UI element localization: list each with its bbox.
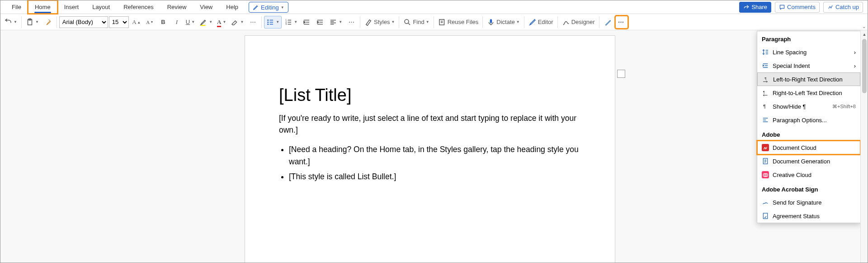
find-button[interactable]: Find▼ xyxy=(401,16,431,29)
bold-button[interactable]: B xyxy=(157,16,170,29)
share-button[interactable]: Share xyxy=(739,2,771,13)
undo-icon xyxy=(4,18,12,26)
menu-section-adobe: Adobe xyxy=(757,127,860,141)
toolbar: ▼ ▼ Arial (Body) 15 A▴ A▾ B I U▼ ▼ A▼ ▼ … xyxy=(0,14,868,30)
svg-point-9 xyxy=(405,19,409,24)
styles-icon xyxy=(364,18,373,26)
font-size-select[interactable]: 15 xyxy=(109,16,129,28)
page-title[interactable]: [List Title] xyxy=(279,86,581,105)
dictate-button[interactable]: Dictate▼ xyxy=(485,16,521,29)
svg-text:¶: ¶ xyxy=(764,77,766,81)
selection-handle[interactable] xyxy=(617,70,625,78)
overflow-menu: Paragraph Line Spacing› Special Indent› … xyxy=(757,31,861,223)
undo-button[interactable]: ▼ xyxy=(2,16,19,29)
agreement-icon xyxy=(762,212,769,220)
tab-insert[interactable]: Insert xyxy=(57,0,86,14)
bullets-button[interactable]: ▼ xyxy=(264,16,282,29)
scroll-up-icon[interactable]: ▲ xyxy=(861,31,868,38)
page[interactable]: [List Title] [If you're ready to write, … xyxy=(245,35,615,263)
doc-gen-icon xyxy=(762,158,769,165)
tab-file[interactable]: File xyxy=(5,0,28,14)
align-button[interactable]: ▼ xyxy=(327,16,344,29)
menu-show-hide[interactable]: ¶Show/Hide ¶⌘+Shift+8 xyxy=(757,100,860,113)
shrink-font-button[interactable]: A▾ xyxy=(143,16,156,29)
more-para-button[interactable]: ⋯ xyxy=(345,16,358,29)
format-painter-button[interactable] xyxy=(42,16,54,29)
menu-rtl-direction[interactable]: ¶Right-to-Left Text Direction xyxy=(757,86,860,100)
svg-rect-2 xyxy=(201,25,206,26)
signature-icon xyxy=(762,199,769,206)
increase-indent-button[interactable] xyxy=(314,16,326,29)
eraser-icon xyxy=(231,18,239,26)
indent-icon xyxy=(762,62,769,69)
menu-section-acrobat-sign: Adobe Acrobat Sign xyxy=(757,182,860,196)
styles-button[interactable]: Styles▼ xyxy=(363,16,396,29)
editing-mode-button[interactable]: Editing ▼ xyxy=(249,2,288,13)
paragraph-options-icon xyxy=(762,116,769,124)
menu-agreement-status[interactable]: Agreement Status xyxy=(757,209,860,223)
line-spacing-icon xyxy=(762,48,769,56)
scroll-thumb[interactable] xyxy=(862,39,867,93)
clear-format-button[interactable]: ▼ xyxy=(229,16,245,29)
search-icon xyxy=(403,18,411,26)
list-item[interactable]: [Need a heading? On the Home tab, in the… xyxy=(289,143,581,168)
italic-button[interactable]: I xyxy=(170,16,183,29)
svg-text:¶: ¶ xyxy=(763,104,766,109)
tab-home[interactable]: Home xyxy=(28,0,57,14)
chevron-right-icon: › xyxy=(854,62,856,69)
menu-send-signature[interactable]: Send for Signature xyxy=(757,196,860,209)
svg-rect-11 xyxy=(490,19,492,23)
svg-point-3 xyxy=(268,19,269,21)
menu-ltr-direction[interactable]: ¶Left-to-Right Text Direction xyxy=(757,72,860,86)
svg-text:¶: ¶ xyxy=(763,90,765,94)
document-canvas: [List Title] [If you're ready to write, … xyxy=(0,31,868,263)
collapse-ribbon-icon[interactable]: ⌄ xyxy=(862,24,866,29)
intro-paragraph[interactable]: [If you're ready to write, just select a… xyxy=(279,112,581,136)
decrease-indent-button[interactable] xyxy=(300,16,313,29)
grow-font-button[interactable]: A▴ xyxy=(130,16,142,29)
editor-button[interactable]: Editor xyxy=(527,16,555,29)
svg-point-4 xyxy=(268,21,269,23)
menu-paragraph-options[interactable]: Paragraph Options... xyxy=(757,113,860,127)
underline-button[interactable]: U▼ xyxy=(184,16,197,29)
comments-button[interactable]: Comments xyxy=(775,2,820,13)
more-font-button[interactable]: ⋯ xyxy=(246,16,259,29)
bullet-list[interactable]: [Need a heading? On the Home tab, in the… xyxy=(279,143,581,183)
menu-creative-cloud[interactable]: Creative Cloud xyxy=(757,168,860,182)
ink-button[interactable] xyxy=(602,16,614,29)
clipboard-icon xyxy=(26,18,34,26)
reuse-icon xyxy=(438,18,446,26)
menu-section-paragraph: Paragraph xyxy=(757,31,860,45)
highlight-button[interactable]: ▼ xyxy=(198,16,214,29)
tab-layout[interactable]: Layout xyxy=(85,0,117,14)
reuse-files-button[interactable]: Reuse Files xyxy=(436,16,481,29)
mic-icon xyxy=(487,18,495,26)
tab-references[interactable]: References xyxy=(117,0,160,14)
ribbon-tabs: File Home Insert Layout References Revie… xyxy=(0,0,868,14)
tab-review[interactable]: Review xyxy=(160,0,193,14)
catchup-button[interactable]: Catch up xyxy=(823,2,863,13)
comment-icon xyxy=(779,4,785,10)
more-commands-button[interactable]: ⋯ xyxy=(615,16,628,29)
outdent-icon xyxy=(302,18,311,26)
rtl-icon: ¶ xyxy=(762,89,769,96)
paste-button[interactable]: ▼ xyxy=(24,16,41,29)
menu-document-cloud[interactable]: Document Cloud xyxy=(757,141,860,154)
font-family-select[interactable]: Arial (Body) xyxy=(59,16,108,28)
tab-help[interactable]: Help xyxy=(219,0,245,14)
pencil-icon xyxy=(253,4,259,10)
menu-special-indent[interactable]: Special Indent› xyxy=(757,59,860,72)
numbering-button[interactable]: 123▼ xyxy=(283,16,299,29)
highlight-icon xyxy=(199,18,208,26)
list-item[interactable]: [This style is called List Bullet.] xyxy=(289,171,581,183)
menu-line-spacing[interactable]: Line Spacing› xyxy=(757,45,860,59)
pilcrow-icon: ¶ xyxy=(762,103,769,110)
designer-button[interactable]: Designer xyxy=(560,16,597,29)
vertical-scrollbar[interactable]: ▲ xyxy=(860,31,868,263)
font-color-button[interactable]: A▼ xyxy=(215,16,228,29)
menu-document-generation[interactable]: Document Generation xyxy=(757,154,860,168)
share-icon xyxy=(743,4,750,10)
chevron-down-icon: ▼ xyxy=(281,5,284,10)
tab-view[interactable]: View xyxy=(193,0,219,14)
chevron-right-icon: › xyxy=(854,49,856,56)
